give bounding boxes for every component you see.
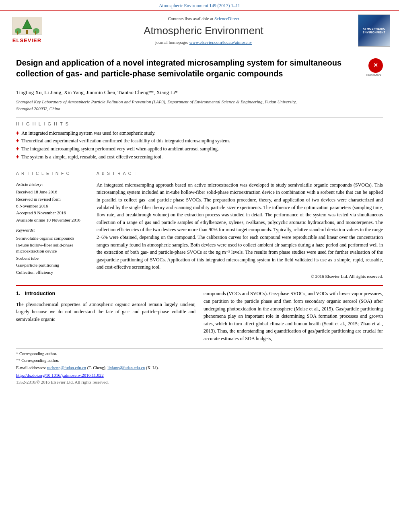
footnote-doublestar: ** Corresponding author. xyxy=(16,358,383,364)
keywords-label: Keywords: xyxy=(16,227,88,233)
list-item: ♦ The integrated microsampling system pe… xyxy=(16,146,383,152)
bullet-icon: ♦ xyxy=(16,130,19,137)
intro-left-text: The physicochemical properties of atmosp… xyxy=(16,301,195,323)
issn-line: 1352-2310/© 2016 Elsevier Ltd. All right… xyxy=(16,379,383,385)
introduction-section: 1. Introduction The physicochemical prop… xyxy=(16,290,383,342)
crossmark-icon[interactable]: ✕ xyxy=(368,58,383,73)
doi-link[interactable]: http://dx.doi.org/10.1016/j.atmosenv.201… xyxy=(16,373,104,378)
affiliation: Shanghai Key Laboratory of Atmospheric P… xyxy=(16,99,383,112)
list-item: Sorbent tube xyxy=(16,255,88,261)
highlights-title: H I G H L I G H T S xyxy=(16,121,383,127)
footnote-email: E-mail addresses: tucheng@fudan.edu.cn (… xyxy=(16,365,383,371)
svg-rect-6 xyxy=(17,31,18,35)
science-direct-link[interactable]: ScienceDirect xyxy=(214,16,239,21)
abstract-title: A B S T R A C T xyxy=(97,171,383,178)
abstract-column: A B S T R A C T An integrated microsampl… xyxy=(97,171,383,280)
journal-center-info: Contents lists available at ScienceDirec… xyxy=(53,16,354,46)
available-date: Available online 10 November 2016 xyxy=(16,217,88,223)
revised-date: 6 November 2016 xyxy=(16,203,88,209)
journal-reference: Atmospheric Environment 149 (2017) 1–11 xyxy=(0,0,399,10)
article-info-column: A R T I C L E I N F O Article history: R… xyxy=(16,171,88,280)
main-content: ✕ CrossMark Design and application of a … xyxy=(0,50,399,389)
svg-rect-7 xyxy=(35,31,36,35)
bullet-icon: ♦ xyxy=(16,154,19,160)
elsevier-tree-icon xyxy=(12,17,42,37)
article-history: Article history: Received 18 June 2016 R… xyxy=(16,181,88,223)
article-title-section: ✕ CrossMark Design and application of a … xyxy=(16,58,383,85)
list-item: ♦ The system is a simple, rapid, reusabl… xyxy=(16,154,383,160)
article-title: Design and application of a novel integr… xyxy=(16,58,383,79)
journal-cover-image: ATMOSPHERIC ENVIRONMENT xyxy=(358,14,394,47)
svg-point-8 xyxy=(26,31,28,33)
crossmark-container[interactable]: ✕ CrossMark xyxy=(364,58,383,77)
elsevier-logo-container: ELSEVIER xyxy=(5,17,49,44)
email1-link[interactable]: tucheng@fudan.edu.cn xyxy=(47,366,86,370)
journal-header: ELSEVIER Contents lists available at Sci… xyxy=(0,10,399,50)
abstract-text: An integrated microsampling approach bas… xyxy=(97,181,383,271)
article-info-abstract-section: A R T I C L E I N F O Article history: R… xyxy=(16,171,383,280)
footnote-star: * Corresponding author. xyxy=(16,351,383,357)
highlights-list: ♦ An integrated microsampling system was… xyxy=(16,130,383,160)
highlights-section: H I G H L I G H T S ♦ An integrated micr… xyxy=(16,117,383,165)
intro-right-text: compounds (VOCs and SVOCs). Gas-phase SV… xyxy=(204,290,383,342)
received-date: Received 18 June 2016 xyxy=(16,189,88,195)
article-info-title: A R T I C L E I N F O xyxy=(16,171,88,178)
bullet-icon: ♦ xyxy=(16,138,19,144)
journal-cover-graphic: ATMOSPHERIC ENVIRONMENT xyxy=(358,14,390,47)
accepted-date: Accepted 9 November 2016 xyxy=(16,210,88,216)
contents-available-line: Contents lists available at ScienceDirec… xyxy=(53,16,354,22)
section-divider xyxy=(16,285,383,286)
list-item: Collection efficiency xyxy=(16,269,88,275)
list-item: ♦ Theoretical and experimental verificat… xyxy=(16,138,383,144)
elsevier-brand: ELSEVIER xyxy=(12,37,41,44)
history-label: Article history: xyxy=(16,181,88,187)
intro-section-title: 1. Introduction xyxy=(16,290,195,297)
keywords-section: Keywords: Semivolatile organic compounds… xyxy=(16,227,88,275)
email2-link[interactable]: lixiang@fudan.edu.cn xyxy=(107,366,145,370)
list-item: In-tube hollow-fiber solid-phase microex… xyxy=(16,242,88,255)
doi-line: http://dx.doi.org/10.1016/j.atmosenv.201… xyxy=(16,372,383,378)
list-item: ♦ An integrated microsampling system was… xyxy=(16,130,383,137)
copyright-line: © 2016 Elsevier Ltd. All rights reserved… xyxy=(97,273,383,279)
introduction-right-column: compounds (VOCs and SVOCs). Gas-phase SV… xyxy=(204,290,383,342)
journal-name-heading: Atmospheric Environment xyxy=(53,23,354,38)
footnotes-section: * Corresponding author. ** Corresponding… xyxy=(16,348,383,386)
introduction-left-column: 1. Introduction The physicochemical prop… xyxy=(16,290,195,342)
revised-label: Received in revised form xyxy=(16,196,88,202)
bullet-icon: ♦ xyxy=(16,146,19,152)
list-item: Semivolatile organic compounds xyxy=(16,235,88,241)
journal-homepage-link[interactable]: www.elsevier.com/locate/atmosenv xyxy=(189,40,252,45)
journal-homepage-line: journal homepage: www.elsevier.com/locat… xyxy=(53,39,354,45)
authors-line: Tingting Xu, Li Jiang, Xin Yang, Jianmin… xyxy=(16,89,383,96)
list-item: Gas/particle partitioning xyxy=(16,262,88,268)
